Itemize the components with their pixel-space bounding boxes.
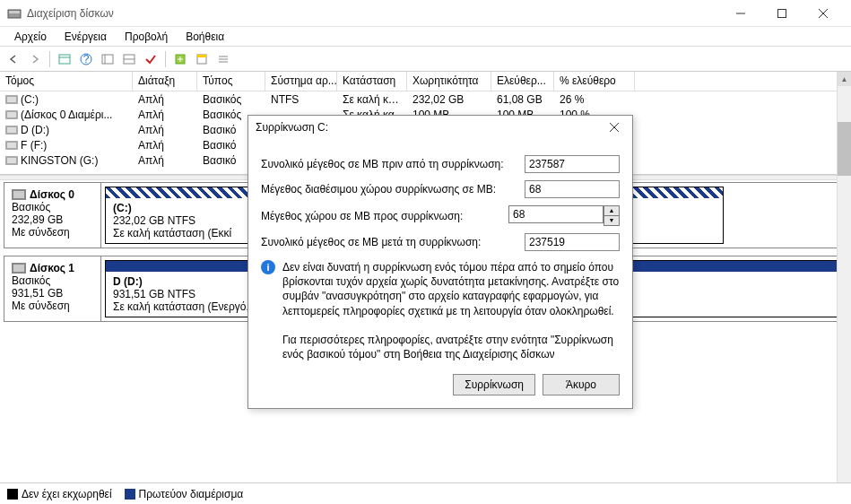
- back-button[interactable]: [4, 49, 23, 69]
- minimize-button[interactable]: [720, 0, 761, 27]
- maximize-button[interactable]: [761, 0, 803, 27]
- info-text-1: Δεν είναι δυνατή η συρρίκνωση ενός τόμου…: [282, 260, 620, 318]
- scroll-thumb[interactable]: [838, 122, 851, 176]
- drive-icon: [5, 110, 18, 119]
- drive-icon: [5, 126, 18, 135]
- drive-icon: [5, 95, 18, 104]
- disk-icon: [12, 189, 26, 200]
- titlebar: Διαχείριση δίσκων: [0, 0, 851, 27]
- legend: Δεν έχει εκχωρηθεί Πρωτεύον διαμέρισμα: [0, 482, 851, 504]
- volume-row[interactable]: (C:)ΑπλήΒασικόςNTFSΣε καλή κα...232,02 G…: [0, 91, 851, 107]
- col-pctfree[interactable]: % ελεύθερο: [554, 72, 635, 91]
- input-shrink-amount[interactable]: [508, 205, 604, 223]
- label-available: Μέγεθος διαθέσιμου χώρου συρρίκνωσης σε …: [261, 183, 525, 196]
- help-icon[interactable]: ?: [76, 49, 96, 69]
- value-total-before: 237587: [525, 155, 620, 173]
- menu-help[interactable]: Βοήθεια: [177, 29, 233, 45]
- label-total-after: Συνολικό μέγεθος σε MB μετά τη συρρίκνωσ…: [261, 236, 525, 248]
- tb-icon-3[interactable]: [98, 49, 117, 69]
- legend-unallocated: Δεν έχει εκχωρηθεί: [7, 488, 112, 500]
- col-type[interactable]: Τύπος: [197, 72, 265, 91]
- menubar: Αρχείο Ενέργεια Προβολή Βοήθεια: [0, 27, 851, 47]
- svg-rect-16: [197, 55, 206, 57]
- tb-icon-1[interactable]: [55, 49, 74, 69]
- app-icon: [7, 6, 22, 21]
- menu-file[interactable]: Αρχείο: [5, 29, 56, 45]
- legend-primary: Πρωτεύον διαμέρισμα: [125, 488, 244, 500]
- value-available: 68: [525, 180, 620, 198]
- info-icon: i: [261, 260, 275, 274]
- tb-icon-check[interactable]: [141, 49, 161, 69]
- menu-view[interactable]: Προβολή: [116, 29, 177, 45]
- disk-info-1[interactable]: Δίσκος 1 Βασικός 931,51 GB Με σύνδεση: [4, 256, 101, 321]
- col-status[interactable]: Κατάσταση: [337, 72, 407, 91]
- forward-button[interactable]: [25, 49, 45, 69]
- drive-icon: [5, 141, 18, 150]
- volume-list-header: Τόμος Διάταξη Τύπος Σύστημα αρ... Κατάστ…: [0, 72, 851, 91]
- scroll-up-button[interactable]: ▲: [838, 72, 851, 86]
- label-to-shrink: Μέγεθος χώρου σε MB προς συρρίκνωση:: [261, 210, 508, 222]
- col-free[interactable]: Ελεύθερ...: [491, 72, 554, 91]
- svg-rect-6: [59, 55, 70, 64]
- drive-icon: [5, 156, 18, 165]
- tb-icon-4[interactable]: [119, 49, 139, 69]
- dialog-close-button[interactable]: [604, 118, 625, 136]
- shrink-dialog: Συρρίκνωση C: Συνολικό μέγεθος σε MB πρι…: [247, 115, 633, 409]
- menu-action[interactable]: Ενέργεια: [56, 29, 116, 45]
- col-capacity[interactable]: Χωρητικότητα: [407, 72, 491, 91]
- svg-rect-10: [102, 55, 113, 64]
- cancel-button[interactable]: Άκυρο: [543, 374, 620, 395]
- col-volume[interactable]: Τόμος: [0, 72, 133, 91]
- spin-up-button[interactable]: ▲: [604, 206, 619, 216]
- svg-rect-3: [778, 9, 786, 17]
- toolbar: ?: [0, 47, 851, 72]
- col-filesystem[interactable]: Σύστημα αρ...: [265, 72, 337, 91]
- svg-rect-1: [9, 11, 20, 13]
- disk-icon: [12, 263, 26, 274]
- tb-icon-list[interactable]: [213, 49, 233, 69]
- dialog-title: Συρρίκνωση C:: [256, 121, 604, 134]
- svg-text:?: ?: [83, 53, 90, 65]
- shrink-button[interactable]: Συρρίκνωση: [453, 374, 535, 395]
- window-title: Διαχείριση δίσκων: [27, 7, 720, 20]
- disk-info-0[interactable]: Δίσκος 0 Βασικός 232,89 GB Με σύνδεση: [4, 183, 101, 248]
- value-total-after: 237519: [525, 233, 620, 251]
- tb-icon-refresh[interactable]: [170, 49, 190, 69]
- label-total-before: Συνολικό μέγεθος σε MB πριν από τη συρρί…: [261, 158, 525, 170]
- info-text-2: Για περισσότερες πληροφορίες, ανατρέξτε …: [282, 333, 620, 361]
- spin-down-button[interactable]: ▼: [604, 216, 619, 226]
- dialog-titlebar: Συρρίκνωση C:: [248, 116, 632, 139]
- vertical-scrollbar[interactable]: ▲: [837, 72, 851, 482]
- col-layout[interactable]: Διάταξη: [133, 72, 197, 91]
- tb-icon-props[interactable]: [192, 49, 212, 69]
- close-button[interactable]: [803, 0, 844, 27]
